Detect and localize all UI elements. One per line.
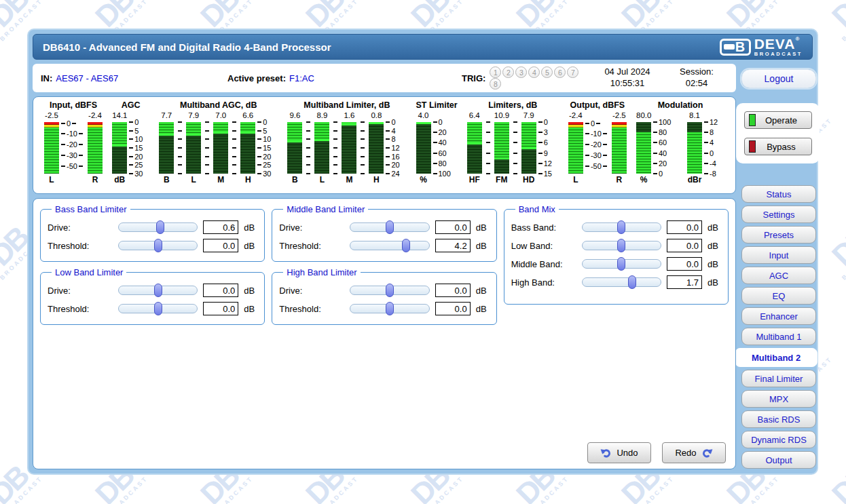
sidebar-item-agc[interactable]: AGC — [741, 267, 816, 284]
slider-band-mix-middle-band-[interactable] — [582, 259, 661, 269]
sidebar-item-dynamic-rds[interactable]: Dynamic RDS — [741, 431, 816, 448]
value-field-high-band-limiter-drive-[interactable] — [435, 284, 471, 297]
bypass-button[interactable]: Bypass — [744, 138, 812, 155]
scale-label: 0 — [433, 118, 443, 126]
slider-band-mix-low-band-[interactable] — [582, 241, 661, 250]
slider-thumb[interactable] — [154, 284, 162, 297]
scale-tick — [333, 156, 337, 157]
value-field-high-band-limiter-threshold-[interactable] — [435, 302, 471, 315]
slider-high-band-limiter-drive-[interactable] — [350, 286, 429, 295]
value-field-band-mix-high-band-[interactable] — [667, 275, 702, 289]
slider-thumb[interactable] — [402, 239, 410, 252]
slider-thumb[interactable] — [628, 275, 636, 289]
meter-value: 7.9 — [186, 111, 201, 122]
sidebar-item-multiband-1[interactable]: Multiband 1 — [741, 328, 816, 345]
slider-low-band-limiter-threshold-[interactable] — [118, 304, 198, 313]
sidebar-item-output[interactable]: Output — [741, 451, 816, 469]
meter-lit-zone — [44, 128, 59, 174]
sidebar-item-final-limiter[interactable]: Final Limiter — [741, 370, 816, 387]
scale-number: -50 — [67, 162, 77, 170]
value-field-band-mix-low-band-[interactable] — [667, 239, 702, 252]
slider-bass-band-limiter-drive-[interactable] — [118, 222, 198, 232]
scale-label: 20 — [653, 159, 667, 168]
meter-bar-label: L — [314, 174, 329, 186]
value-field-bass-band-limiter-threshold-[interactable] — [203, 239, 238, 252]
logout-button[interactable]: Logout — [741, 69, 816, 88]
sidebar-item-presets[interactable]: Presets — [741, 226, 816, 244]
meter-bar — [88, 122, 103, 174]
slider-thumb[interactable] — [617, 220, 625, 234]
trig-button-7[interactable]: 7 — [567, 66, 578, 78]
value-field-bass-band-limiter-drive-[interactable] — [203, 220, 238, 234]
input-label: IN: — [41, 73, 52, 83]
scale-tick — [306, 121, 310, 123]
scale-tick — [205, 156, 209, 157]
sidebar-item-mpx[interactable]: MPX — [741, 390, 816, 408]
scale-number: 60 — [659, 138, 667, 147]
control-label: Low Band: — [511, 241, 576, 251]
trig-button-2[interactable]: 2 — [502, 66, 514, 78]
slider-thumb[interactable] — [154, 239, 162, 252]
scale-label: -30 — [585, 151, 607, 159]
sidebar-item-input[interactable]: Input — [741, 246, 816, 264]
scale-tick — [178, 173, 182, 174]
sidebar-item-multiband-2[interactable]: Multiband 2 — [735, 348, 817, 367]
session-label: Session: — [665, 66, 728, 78]
value-field-middle-band-limiter-drive-[interactable] — [435, 220, 471, 234]
slider-thumb[interactable] — [617, 257, 625, 271]
trig-button-1[interactable]: 1 — [490, 66, 501, 78]
slider-middle-band-limiter-drive-[interactable] — [350, 222, 429, 232]
slider-bass-band-limiter-threshold-[interactable] — [118, 241, 198, 250]
meter-value: -2.4 — [88, 111, 103, 122]
mode-button-label: Bypass — [756, 142, 807, 152]
sidebar-item-settings[interactable]: Settings — [741, 206, 816, 223]
slider-middle-band-limiter-threshold-[interactable] — [350, 241, 429, 250]
scale-tick — [205, 173, 209, 174]
value-field-band-mix-middle-band-[interactable] — [667, 257, 702, 271]
sidebar-item-basic-rds[interactable]: Basic RDS — [741, 410, 816, 428]
unit-label: dB — [707, 241, 721, 251]
trig-button-3[interactable]: 3 — [515, 66, 527, 78]
sidebar-item-enhancer[interactable]: Enhancer — [741, 307, 816, 325]
sidebar-item-status[interactable]: Status — [741, 185, 816, 203]
slider-low-band-limiter-drive-[interactable] — [118, 286, 198, 295]
value-field-band-mix-bass-band-[interactable] — [667, 220, 702, 234]
slider-thumb[interactable] — [386, 302, 394, 315]
meter-column-l: 8.9L — [314, 111, 329, 186]
slider-thumb[interactable] — [386, 220, 394, 234]
meter-bar-label: L — [568, 174, 583, 186]
trig-button-6[interactable]: 6 — [554, 66, 566, 78]
watermark-mark: DB — [828, 0, 846, 31]
scale-tick — [178, 121, 182, 123]
slider-thumb[interactable] — [156, 220, 164, 234]
slider-thumb[interactable] — [617, 239, 625, 252]
redo-button[interactable]: Redo — [662, 442, 726, 463]
scale-label: 80 — [653, 128, 667, 136]
scale-label: 9 — [538, 149, 548, 157]
value-field-low-band-limiter-threshold-[interactable] — [203, 302, 238, 315]
control-label: Threshold: — [48, 241, 113, 251]
slider-band-mix-high-band-[interactable] — [582, 277, 661, 287]
trig-button-5[interactable]: 5 — [541, 66, 553, 78]
slider-high-band-limiter-threshold-[interactable] — [350, 304, 429, 313]
sidebar-item-eq[interactable]: EQ — [741, 287, 816, 305]
scale-number: 20 — [134, 153, 143, 161]
value-field-middle-band-limiter-threshold-[interactable] — [435, 239, 471, 252]
meter-lit-zone — [521, 122, 536, 147]
slider-band-mix-bass-band-[interactable] — [582, 222, 661, 232]
trig-button-4[interactable]: 4 — [528, 66, 540, 78]
trig-button-8[interactable]: 8 — [490, 78, 501, 90]
operate-button[interactable]: Operate — [744, 111, 812, 129]
value-field-low-band-limiter-drive-[interactable] — [203, 284, 238, 297]
meter-group-multiband-limiter-db: Multiband Limiter, dB9.6B8.9L1.6M0.8H048… — [287, 100, 406, 193]
control-row-middle-band-: Middle Band:dB — [511, 257, 721, 271]
scale-number: 0 — [659, 170, 663, 178]
meter-lit-zone — [687, 132, 702, 174]
scale-number: 0 — [591, 119, 595, 128]
undo-button[interactable]: Undo — [587, 442, 651, 463]
slider-thumb[interactable] — [386, 284, 394, 297]
scale-number: 5 — [134, 127, 139, 135]
meter-bar-label: R — [612, 174, 627, 186]
slider-thumb[interactable] — [154, 302, 162, 315]
scale-tick — [178, 164, 182, 166]
